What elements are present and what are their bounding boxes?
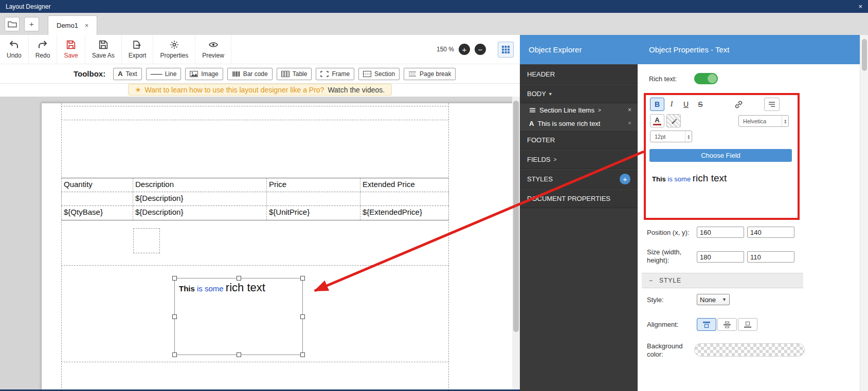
delete-item-icon[interactable]: × <box>628 120 631 127</box>
window-close-icon[interactable]: × <box>858 3 862 10</box>
style-select[interactable]: None ▼ <box>697 294 730 305</box>
selected-text-element[interactable]: This is some rich text <box>174 278 303 355</box>
design-page[interactable]: Quantity Description Price Extended Pric… <box>41 103 513 391</box>
resize-handle-w[interactable] <box>172 314 177 319</box>
add-style-button[interactable]: + <box>620 174 630 184</box>
line-items-table[interactable]: Quantity Description Price Extended Pric… <box>61 178 449 220</box>
font-size-select[interactable]: 12pt ▴▾ <box>650 131 692 142</box>
undo-label: Undo <box>7 52 22 59</box>
export-icon <box>133 40 142 49</box>
design-canvas: Quantity Description Price Extended Pric… <box>0 97 520 391</box>
tool-section[interactable]: Section <box>358 68 400 80</box>
footer-section-guide <box>61 362 449 362</box>
layout-designer-app: Layout Designer × + Demo1 × Undo Redo <box>0 0 868 391</box>
font-family-select[interactable]: Helvetica ▴▾ <box>738 115 789 127</box>
zoom-in-button[interactable]: + <box>459 44 470 55</box>
save-as-label: Save As <box>92 52 115 59</box>
tool-image-label: Image <box>201 70 218 78</box>
delete-item-icon[interactable]: × <box>628 106 631 114</box>
resize-handle-n[interactable] <box>237 276 241 281</box>
save-label: Save <box>64 52 78 59</box>
explorer-item-rich-text[interactable]: A This is some rich text × <box>520 117 638 130</box>
tab-demo1[interactable]: Demo1 × <box>48 15 97 35</box>
strikethrough-button[interactable]: S <box>693 98 708 111</box>
choose-field-button[interactable]: Choose Field <box>649 149 792 162</box>
editor-toolbar-row-2: A Helvetica ▴▾ <box>649 114 794 127</box>
preview-bold: This <box>652 175 666 183</box>
explorer-section-footer[interactable]: FOOTER <box>520 130 638 150</box>
item-label: This is some rich text <box>537 120 600 127</box>
header-cell: Description <box>133 178 267 192</box>
text-tool-icon: A <box>118 70 122 78</box>
redo-button[interactable]: Redo <box>29 35 58 64</box>
explorer-section-header[interactable]: HEADER <box>520 64 638 84</box>
style-section-header[interactable]: − STYLE <box>642 273 803 288</box>
grid-toggle-button[interactable] <box>498 42 514 58</box>
tab-close-icon[interactable]: × <box>85 22 88 29</box>
italic-button[interactable]: I <box>664 98 679 111</box>
grid-icon <box>502 46 510 53</box>
resize-handle-s[interactable] <box>237 352 241 357</box>
canvas-scrollbar[interactable] <box>512 97 520 391</box>
align-middle-button[interactable] <box>717 318 737 331</box>
resize-handle-nw[interactable] <box>172 276 177 281</box>
tool-barcode[interactable]: Bar code <box>227 68 273 80</box>
save-button[interactable]: Save <box>57 35 85 64</box>
rich-text-toggle[interactable] <box>694 73 718 84</box>
rich-text-editor-content[interactable]: This is some rich text <box>652 173 727 184</box>
watch-videos-link[interactable]: Watch the videos. <box>328 86 385 94</box>
resize-handle-sw[interactable] <box>172 352 177 357</box>
explorer-section-body[interactable]: BODY ▾ <box>520 84 638 103</box>
highlight-color-button[interactable] <box>666 114 681 127</box>
tool-table[interactable]: Table <box>277 68 312 80</box>
preview-button[interactable]: Preview <box>195 35 231 64</box>
position-x-input[interactable] <box>697 227 744 238</box>
align-top-button[interactable] <box>697 318 716 331</box>
bold-button[interactable]: B <box>650 98 664 111</box>
explorer-section-fields[interactable]: FIELDS > <box>520 150 638 169</box>
empty-placeholder-box[interactable] <box>133 228 160 253</box>
canvas-scrollbar-thumb[interactable] <box>513 101 519 332</box>
tool-text[interactable]: A Text <box>113 68 141 80</box>
font-color-button[interactable]: A <box>650 114 664 127</box>
position-y-input[interactable] <box>747 227 794 238</box>
section-label: STYLES <box>527 175 553 183</box>
panel-scrollbar[interactable] <box>860 35 868 391</box>
align-bottom-icon <box>744 321 752 328</box>
undo-button[interactable]: Undo <box>0 35 29 64</box>
underline-button[interactable]: U <box>679 98 693 111</box>
position-label: Position (x, y): <box>647 229 689 236</box>
background-color-swatch[interactable] <box>694 343 805 357</box>
tool-line[interactable]: —— Line <box>146 68 182 80</box>
explorer-section-document-properties[interactable]: DOCUMENT PROPERTIES <box>520 189 638 208</box>
link-button[interactable] <box>731 98 746 111</box>
text-align-button[interactable] <box>764 98 780 111</box>
zoom-out-button[interactable]: − <box>475 44 486 55</box>
explorer-item-section-line-items[interactable]: Section Line Items > × <box>520 103 638 117</box>
tool-page-break[interactable]: Page break <box>404 68 456 80</box>
size-height-input[interactable] <box>747 251 794 263</box>
explorer-section-styles[interactable]: STYLES + <box>520 169 638 189</box>
properties-button[interactable]: Properties <box>153 35 195 64</box>
tool-image[interactable]: Image <box>185 68 223 80</box>
spinner-arrows-icon: ▴▾ <box>685 131 692 142</box>
rich-text-colored: is some <box>195 284 226 293</box>
align-bottom-button[interactable] <box>738 318 757 331</box>
rich-text-large: rich text <box>226 281 265 294</box>
resize-handle-se[interactable] <box>300 352 305 357</box>
new-layout-button[interactable]: + <box>24 17 39 31</box>
resize-handle-e[interactable] <box>300 314 305 319</box>
resize-handle-ne[interactable] <box>300 276 305 281</box>
table-cell: ${Description} <box>133 206 267 220</box>
undo-icon <box>9 40 19 49</box>
panel-scrollbar-thumb[interactable] <box>862 39 867 71</box>
spinner-arrows-icon: ▴▾ <box>782 116 788 126</box>
tool-frame[interactable]: Frame <box>316 68 354 80</box>
open-layout-button[interactable] <box>5 17 20 31</box>
tool-table-label: Table <box>293 70 308 78</box>
font-color-swatch <box>653 124 661 125</box>
header-section-guide <box>61 120 449 120</box>
save-as-button[interactable]: Save As <box>85 35 122 64</box>
size-width-input[interactable] <box>697 251 744 263</box>
export-button[interactable]: Export <box>122 35 154 64</box>
